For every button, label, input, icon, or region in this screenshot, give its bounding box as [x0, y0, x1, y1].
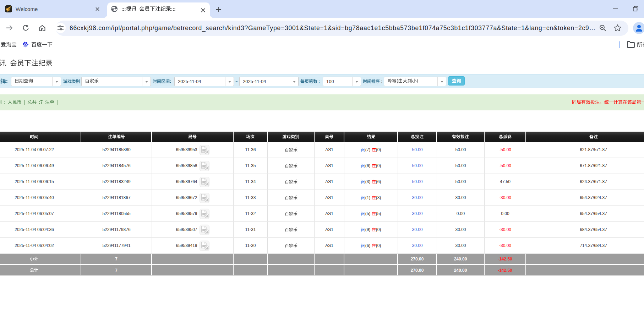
svg-text:du: du [24, 45, 27, 47]
